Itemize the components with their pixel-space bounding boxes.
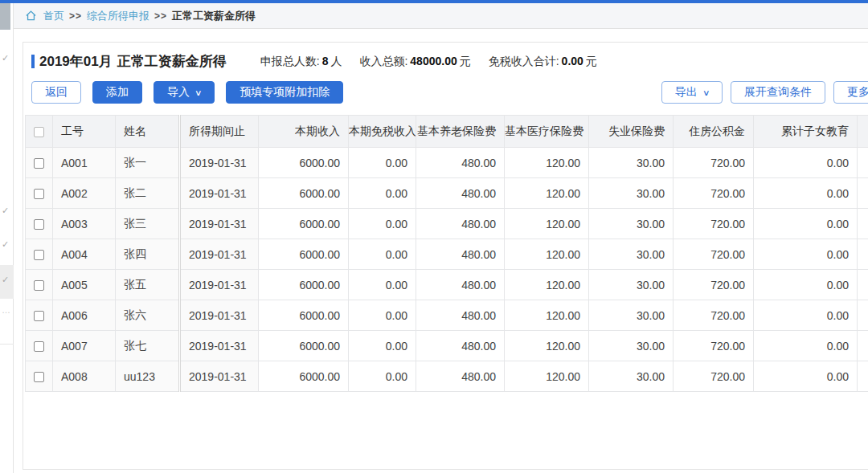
table-cell: 2019-01-31 [180, 209, 259, 239]
breadcrumb: 首页 >> 综合所得申报 >> 正常工资薪金所得 [14, 3, 868, 29]
stat-tax-free-income: 免税收入合计:0.00元 [489, 55, 597, 69]
cell-checkbox [26, 300, 53, 331]
expand-query-button[interactable]: 展开查询条件 [731, 81, 825, 104]
stat-total-income: 收入总额:48000.00元 [359, 55, 470, 69]
table-cell: 0.00 [754, 270, 858, 300]
sidebar-collapsed-item-icon[interactable]: ✓ [2, 239, 9, 250]
toolbar: 返回 添加 导入 ∨ 预填专项附加扣除 导出 ∨ 展开查询条件 更多操作 [23, 81, 868, 104]
row-checkbox[interactable] [34, 250, 44, 260]
breadcrumb-separator: >> [69, 10, 82, 22]
row-checkbox[interactable] [34, 219, 44, 230]
table-cell: 0.00 [754, 148, 858, 178]
table-cell: 6000.00 [259, 361, 349, 392]
table-cell: 30.00 [589, 270, 674, 300]
cell-filler [858, 239, 868, 270]
table-cell: 张二 [116, 178, 180, 209]
breadcrumb-separator: >> [154, 10, 167, 22]
table-cell: 120.00 [505, 300, 589, 331]
chevron-down-icon: ∨ [702, 88, 710, 97]
breadcrumb-home-link[interactable]: 首页 [43, 9, 64, 23]
table-row: A001张一2019-01-316000.000.00480.00120.003… [26, 148, 868, 178]
table-cell: A001 [53, 148, 116, 178]
header-cell: 本期免税收入 [349, 116, 416, 148]
more-actions-button[interactable]: 更多操作 [833, 81, 868, 104]
collapsed-sidebar[interactable]: ✓ ✓ ✓ ✓ … [0, 3, 14, 473]
table-cell: 480.00 [416, 178, 505, 209]
row-checkbox[interactable] [34, 311, 44, 321]
row-checkbox[interactable] [34, 158, 44, 169]
header-cell: 基本医疗保险费 [505, 116, 589, 148]
title-period: 2019年01月 [39, 54, 113, 69]
table-cell: 2019-01-31 [180, 270, 259, 300]
home-icon[interactable] [25, 10, 37, 22]
row-checkbox[interactable] [34, 341, 44, 352]
table-cell: 0.00 [349, 239, 416, 270]
export-label: 导出 [675, 85, 698, 100]
table-cell: 480.00 [416, 331, 505, 361]
table-cell: 30.00 [589, 361, 674, 392]
sidebar-collapsed-item-icon[interactable]: ✓ [2, 53, 9, 63]
title-income-type: 正常工资薪金所得 [117, 54, 227, 69]
table-cell: A005 [53, 270, 116, 300]
table-row: A008uu1232019-01-316000.000.00480.00120.… [26, 361, 868, 392]
export-dropdown-button[interactable]: 导出 ∨ [661, 81, 723, 104]
table-cell: 480.00 [416, 270, 505, 300]
cell-filler [858, 331, 868, 361]
table-cell: 张七 [116, 331, 180, 361]
table-cell: 120.00 [505, 331, 589, 361]
add-button[interactable]: 添加 [92, 81, 142, 104]
stat-unit: 元 [586, 55, 597, 67]
breadcrumb-link-comprehensive-income[interactable]: 综合所得申报 [87, 9, 149, 23]
import-dropdown-button[interactable]: 导入 ∨ [154, 81, 215, 104]
row-checkbox[interactable] [34, 372, 44, 382]
table-row: A005张五2019-01-316000.000.00480.00120.003… [26, 270, 868, 300]
summary-stats: 申报总人数:8人 收入总额:48000.00元 免税收入合计:0.00元 [260, 55, 597, 69]
table-cell: 480.00 [416, 148, 505, 178]
row-checkbox[interactable] [34, 280, 44, 291]
stat-unit: 元 [460, 55, 471, 67]
table-cell: 480.00 [416, 300, 505, 331]
header-cell: 住房公积金 [674, 116, 754, 148]
table-cell: 30.00 [589, 300, 674, 331]
header-cell: 本期收入 [259, 116, 349, 148]
cell-checkbox [26, 148, 53, 178]
header-cell: 所得期间止 [180, 116, 259, 148]
table-cell: 张一 [116, 148, 180, 178]
table-cell: 0.00 [754, 300, 858, 331]
table-cell: 30.00 [589, 331, 674, 361]
table-cell: 720.00 [674, 361, 754, 392]
table-cell: 120.00 [505, 148, 589, 178]
header-cell: 姓名 [116, 116, 180, 148]
cell-filler [858, 178, 868, 209]
cell-filler [858, 270, 868, 300]
table-cell: 30.00 [589, 239, 674, 270]
table-cell: 120.00 [505, 178, 589, 209]
table-cell: 0.00 [754, 209, 858, 239]
select-all-checkbox[interactable] [34, 127, 44, 137]
table-cell: 0.00 [349, 178, 416, 209]
prefill-special-deduction-button[interactable]: 预填专项附加扣除 [226, 81, 343, 104]
header-cell-filler [858, 116, 868, 148]
back-button[interactable]: 返回 [31, 81, 81, 104]
sidebar-collapsed-item-icon[interactable]: ✓ [2, 275, 9, 285]
table-cell: 张六 [116, 300, 180, 331]
header-cell: 基本养老保险费 [416, 116, 505, 148]
table-cell: A008 [53, 361, 116, 392]
import-label: 导入 [167, 85, 190, 100]
cell-checkbox [26, 361, 53, 392]
stat-unit: 人 [330, 55, 342, 67]
header-cell: 失业保险费 [589, 116, 674, 148]
chevron-down-icon: ∨ [194, 88, 203, 97]
table-cell: 30.00 [589, 178, 674, 209]
table-cell: 0.00 [349, 209, 416, 239]
table-cell: 720.00 [674, 178, 754, 209]
table-cell: 2019-01-31 [180, 361, 259, 392]
table-cell: 120.00 [505, 209, 589, 239]
header-cell: 累计子女教育 [754, 116, 858, 148]
sidebar-collapsed-item-icon[interactable]: ✓ [2, 206, 9, 216]
row-checkbox[interactable] [34, 189, 44, 199]
table-cell: 720.00 [674, 300, 754, 331]
table-head: 工号姓名所得期间止本期收入本期免税收入基本养老保险费基本医疗保险费失业保险费住房… [26, 116, 868, 148]
cell-filler [858, 148, 868, 178]
table-row: A006张六2019-01-316000.000.00480.00120.003… [26, 300, 868, 331]
